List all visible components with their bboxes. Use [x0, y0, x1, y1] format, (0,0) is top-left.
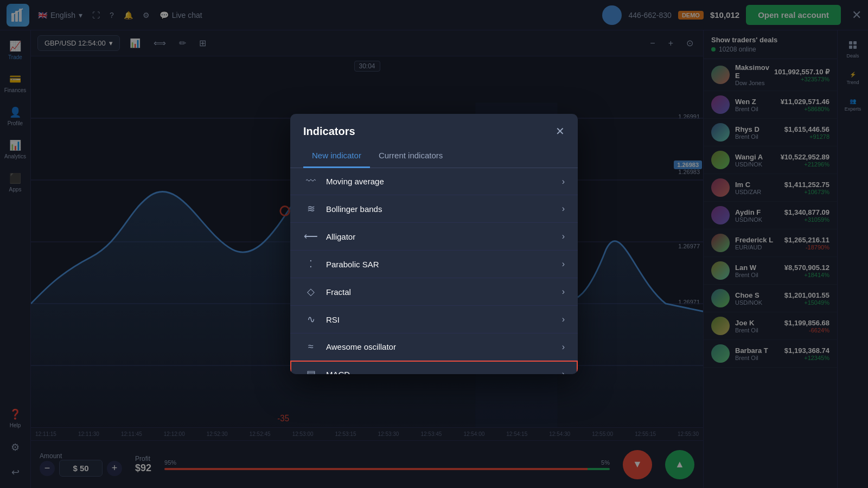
moving-average-name: Moving average — [326, 177, 562, 186]
alligator-icon: ⟵ — [303, 230, 318, 242]
bollinger-bands-name: Bollinger bands — [326, 204, 562, 214]
rsi-icon: ∿ — [303, 313, 318, 325]
indicator-item-macd[interactable]: ▤ MACD › — [290, 361, 578, 374]
alligator-name: Alligator — [326, 232, 562, 241]
fractal-icon: ◇ — [303, 286, 318, 298]
tab-new-indicator[interactable]: New indicator — [303, 146, 370, 168]
fractal-arrow-icon: › — [562, 287, 565, 297]
awesome-oscillator-arrow-icon: › — [562, 342, 565, 352]
tab-current-indicators[interactable]: Current indicators — [370, 146, 451, 168]
awesome-oscillator-name: Awesome oscillator — [326, 342, 562, 351]
rsi-name: RSI — [326, 315, 562, 324]
moving-average-arrow-icon: › — [562, 177, 565, 187]
modal-close-button[interactable]: ✕ — [556, 125, 565, 138]
parabolic-sar-arrow-icon: › — [562, 259, 565, 269]
awesome-oscillator-icon: ≈ — [303, 341, 318, 352]
indicators-modal: Indicators ✕ New indicator Current indic… — [290, 114, 578, 374]
modal-body: 〰 Moving average › ≋ Bollinger bands › ⟵… — [290, 168, 578, 374]
modal-overlay[interactable]: Indicators ✕ New indicator Current indic… — [0, 0, 868, 488]
alligator-arrow-icon: › — [562, 232, 565, 241]
modal-header: Indicators ✕ — [290, 114, 578, 138]
macd-name: MACD — [326, 370, 562, 375]
bollinger-bands-arrow-icon: › — [562, 204, 565, 214]
indicator-item-rsi[interactable]: ∿ RSI › — [290, 306, 578, 333]
indicator-item-parabolic-sar[interactable]: ⁚ Parabolic SAR › — [290, 251, 578, 278]
rsi-arrow-icon: › — [562, 314, 565, 324]
indicator-item-bollinger-bands[interactable]: ≋ Bollinger bands › — [290, 195, 578, 223]
parabolic-sar-name: Parabolic SAR — [326, 260, 562, 269]
indicator-item-awesome-oscillator[interactable]: ≈ Awesome oscillator › — [290, 333, 578, 361]
moving-average-icon: 〰 — [303, 176, 318, 187]
indicator-item-alligator[interactable]: ⟵ Alligator › — [290, 223, 578, 251]
indicator-item-fractal[interactable]: ◇ Fractal › — [290, 278, 578, 306]
modal-title: Indicators — [303, 125, 355, 138]
macd-icon: ▤ — [303, 368, 318, 374]
bollinger-bands-icon: ≋ — [303, 203, 318, 215]
indicator-item-moving-average[interactable]: 〰 Moving average › — [290, 168, 578, 195]
fractal-name: Fractal — [326, 287, 562, 297]
macd-arrow-icon: › — [562, 369, 565, 374]
modal-tabs: New indicator Current indicators — [290, 138, 578, 168]
parabolic-sar-icon: ⁚ — [303, 258, 318, 270]
